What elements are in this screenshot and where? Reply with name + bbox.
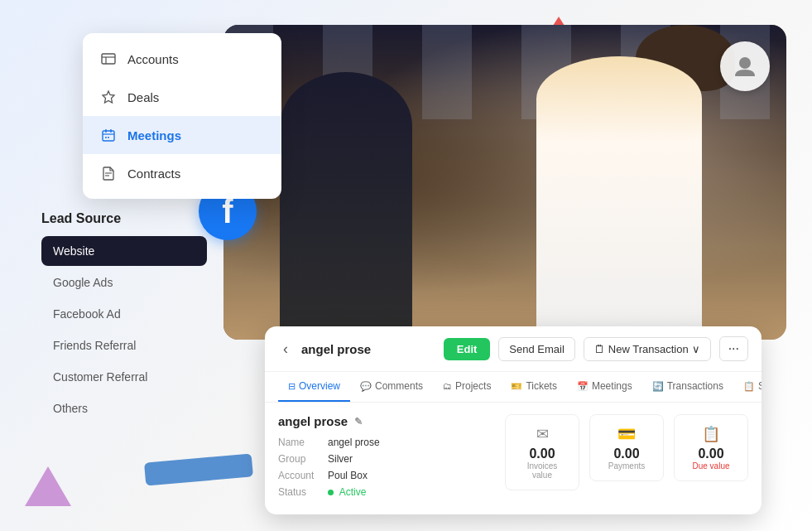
back-button[interactable]: ‹	[278, 339, 293, 360]
edit-name-icon[interactable]: ✎	[354, 416, 363, 427]
dropdown-item-deals[interactable]: Deals	[83, 78, 281, 116]
tab-projects[interactable]: 🗂 Projects	[433, 372, 501, 402]
payments-label: Payments	[608, 461, 645, 471]
tab-statement[interactable]: 📋 Statement	[733, 372, 762, 402]
crm-card-header: ‹ angel prose Edit Send Email 🗒 New Tran…	[265, 326, 762, 372]
payments-icon: 💳	[617, 425, 636, 443]
tab-comments[interactable]: 💬 Comments	[350, 372, 433, 402]
crm-body: angel prose ✎ Name angel prose Group Sil…	[265, 403, 762, 514]
deals-label: Deals	[127, 90, 159, 104]
contracts-label: Contracts	[127, 167, 180, 181]
crm-info: angel prose ✎ Name angel prose Group Sil…	[278, 414, 488, 503]
chevron-down-icon: ∨	[692, 343, 700, 355]
deco-triangle-purple	[25, 466, 71, 506]
overview-icon: ⊟	[288, 381, 295, 392]
statement-icon: 📋	[743, 381, 755, 392]
more-options-button[interactable]: ···	[719, 336, 748, 361]
avatar	[720, 41, 770, 91]
projects-icon: 🗂	[443, 381, 452, 391]
crm-metric-due: 📋 0.00 Due value	[674, 414, 748, 481]
person-silhouette-right	[536, 56, 702, 340]
crm-tabs: ⊟ Overview 💬 Comments 🗂 Projects 🎫 Ticke…	[265, 372, 762, 403]
tab-tickets[interactable]: 🎫 Tickets	[501, 372, 567, 402]
lead-source-item-website[interactable]: Website	[41, 236, 207, 266]
svg-rect-4	[103, 131, 114, 141]
dropdown-item-contracts[interactable]: Contracts	[83, 154, 281, 192]
due-value-icon: 📋	[702, 425, 720, 443]
crm-field-account: Account Poul Box	[278, 470, 488, 481]
crm-contact-name: angel prose ✎	[278, 414, 488, 428]
new-transaction-button[interactable]: 🗒 New Transaction ∨	[584, 337, 711, 361]
tab-overview[interactable]: ⊟ Overview	[278, 372, 350, 402]
svg-rect-1	[102, 54, 115, 64]
meetings-tab-icon: 📅	[577, 381, 589, 392]
due-value-label: Due value	[692, 461, 729, 471]
lead-source-item-customer-referral[interactable]: Customer Referral	[41, 362, 207, 392]
edit-button[interactable]: Edit	[444, 338, 491, 360]
deals-icon	[99, 88, 118, 106]
contracts-icon	[99, 164, 118, 182]
dropdown-item-accounts[interactable]: Accounts	[83, 40, 281, 78]
lead-source-panel: Lead Source Website Google Ads Facebook …	[41, 211, 207, 425]
person-silhouette-left	[280, 72, 412, 340]
hero-photo	[223, 25, 786, 340]
crm-metrics: ✉ 0.00 Invoicesvalue 💳 0.00 Payments 📋 0…	[505, 414, 748, 503]
meetings-label: Meetings	[127, 128, 181, 142]
crm-card: ‹ angel prose Edit Send Email 🗒 New Tran…	[265, 326, 762, 514]
comments-icon: 💬	[360, 381, 372, 392]
lead-source-item-facebook-ad[interactable]: Facebook Ad	[41, 299, 207, 329]
crm-field-group: Group Silver	[278, 453, 488, 465]
tickets-icon: 🎫	[511, 381, 522, 392]
invoices-icon: ✉	[536, 425, 549, 443]
tab-transactions[interactable]: 🔄 Transactions	[642, 372, 733, 402]
accounts-icon	[99, 50, 118, 68]
svg-point-8	[105, 137, 107, 138]
meetings-icon	[99, 126, 118, 144]
lead-source-item-google-ads[interactable]: Google Ads	[41, 268, 207, 297]
lead-source-item-others[interactable]: Others	[41, 393, 207, 423]
dropdown-menu: Accounts Deals Meetings	[83, 33, 281, 199]
crm-field-status: Status Active	[278, 486, 488, 498]
dropdown-item-meetings[interactable]: Meetings	[83, 116, 281, 154]
crm-metric-payments: 💳 0.00 Payments	[589, 414, 664, 481]
status-badge: Active	[328, 486, 366, 498]
accounts-label: Accounts	[127, 52, 179, 66]
lead-source-title: Lead Source	[41, 211, 207, 226]
crm-title: angel prose	[301, 342, 435, 356]
crm-field-name: Name angel prose	[278, 437, 488, 448]
send-email-button[interactable]: Send Email	[498, 337, 574, 361]
svg-point-9	[108, 137, 109, 138]
svg-point-0	[739, 57, 751, 69]
transactions-icon: 🔄	[652, 381, 664, 392]
tab-meetings[interactable]: 📅 Meetings	[567, 372, 642, 402]
new-transaction-icon: 🗒	[594, 343, 605, 355]
lead-source-item-friends-referral[interactable]: Friends Referral	[41, 331, 207, 360]
invoices-label: Invoicesvalue	[527, 461, 558, 480]
crm-metric-invoices: ✉ 0.00 Invoicesvalue	[505, 414, 579, 490]
status-dot	[328, 490, 334, 495]
